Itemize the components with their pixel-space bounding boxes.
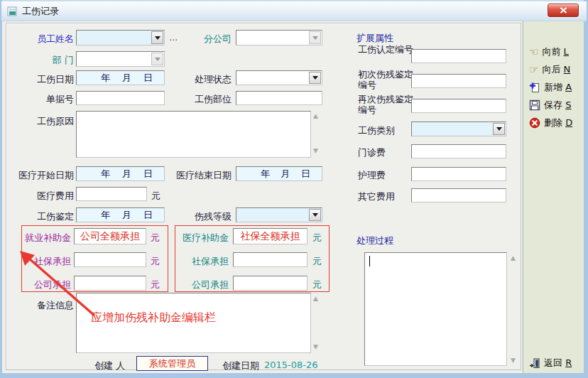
unit-yuan: 元 bbox=[151, 232, 160, 244]
process-textarea[interactable] bbox=[364, 252, 507, 366]
company-share-input[interactable] bbox=[233, 276, 307, 291]
re-assessment-no-input[interactable] bbox=[411, 99, 506, 113]
assessment-date-field[interactable]: 年 月 日 bbox=[76, 207, 165, 222]
creator-value: 系统管理员 bbox=[136, 356, 208, 371]
date-mask-day: 日 bbox=[143, 72, 153, 85]
date-mask-day: 日 bbox=[143, 168, 153, 180]
date-mask-year: 年 bbox=[101, 72, 110, 85]
nursing-fee-label: 护理费 bbox=[358, 169, 386, 182]
titlebar: 工伤记录 bbox=[1, 1, 587, 21]
scroll-up-icon[interactable]: ▲ bbox=[511, 254, 516, 261]
injury-part-input[interactable] bbox=[236, 91, 322, 105]
hand-point-left-icon: ☜ bbox=[529, 47, 538, 57]
scroll-down-icon[interactable]: ▼ bbox=[313, 343, 318, 350]
outpatient-fee-input[interactable] bbox=[411, 144, 506, 158]
date-mask-month: 月 bbox=[281, 168, 290, 180]
cause-textarea[interactable] bbox=[76, 111, 311, 158]
forward-button[interactable]: ☜ 向前 L bbox=[529, 45, 569, 58]
injury-cert-no-input[interactable] bbox=[411, 49, 506, 63]
medical-start-label: 医疗开始日期 bbox=[13, 169, 74, 182]
medical-fee-unit: 元 bbox=[151, 190, 160, 202]
add-button[interactable]: 新增 A bbox=[529, 81, 572, 94]
employee-name-combobox[interactable] bbox=[76, 30, 165, 45]
chevron-down-icon[interactable] bbox=[493, 123, 505, 135]
action-toolbar: ☜ 向前 L ☞ 向后 N 新增 A 保存 S 删除 D bbox=[523, 21, 584, 373]
date-mask-year: 年 bbox=[101, 168, 110, 180]
close-button[interactable] bbox=[548, 4, 579, 17]
unit-yuan: 元 bbox=[151, 279, 160, 291]
medical-end-label: 医疗结束日期 bbox=[170, 169, 232, 182]
chevron-down-icon[interactable] bbox=[151, 53, 163, 65]
medical-fee-label: 医疗费用 bbox=[26, 190, 74, 202]
injury-date-field[interactable]: 年 月 日 bbox=[76, 70, 165, 85]
text-caret bbox=[369, 256, 370, 266]
process-label: 处理过程 bbox=[356, 234, 393, 247]
injury-category-combobox[interactable] bbox=[411, 122, 506, 136]
outpatient-fee-label: 门诊费 bbox=[358, 146, 386, 159]
other-fee-input[interactable] bbox=[411, 188, 506, 202]
first-assessment-no-input[interactable] bbox=[411, 74, 506, 88]
created-date-label: 创建日期 bbox=[222, 360, 259, 372]
work-injury-record-window: 工伤记录 员工姓名 ... 分公司 部 门 工伤日期 年 月 日 处理状态 单据… bbox=[0, 0, 588, 378]
date-mask-day: 日 bbox=[301, 168, 310, 180]
social-share-input[interactable] bbox=[233, 252, 307, 267]
medical-subsidy-input[interactable]: 社保全额承担 bbox=[233, 228, 307, 244]
chevron-down-icon[interactable] bbox=[309, 31, 321, 44]
disability-level-label: 伤残等级 bbox=[186, 210, 232, 223]
doc-no-input[interactable] bbox=[76, 91, 165, 105]
re-assessment-no-label: 再次伤残鉴定编号 bbox=[358, 94, 415, 115]
remarks-annotation: 应增加伤残补助金编辑栏 bbox=[91, 310, 216, 325]
disability-level-combobox[interactable] bbox=[236, 207, 322, 222]
other-fee-label: 其它费用 bbox=[358, 190, 395, 203]
unit-yuan: 元 bbox=[312, 255, 322, 268]
chevron-down-icon[interactable] bbox=[309, 209, 321, 221]
new-page-icon bbox=[529, 82, 540, 93]
exit-door-icon bbox=[529, 357, 540, 369]
remarks-textarea[interactable]: 应增加伤残补助金编辑栏 bbox=[76, 293, 311, 353]
department-label: 部 门 bbox=[26, 54, 74, 67]
chevron-down-icon[interactable] bbox=[151, 31, 163, 44]
browse-button[interactable]: ... bbox=[169, 32, 178, 43]
date-mask-year: 年 bbox=[261, 168, 270, 180]
cause-label: 工伤原因 bbox=[26, 115, 74, 128]
back-button[interactable]: 返回 R bbox=[529, 357, 572, 369]
floppy-icon bbox=[529, 99, 540, 111]
delete-button[interactable]: 删除 D bbox=[529, 117, 572, 129]
hand-point-right-icon: ☞ bbox=[529, 65, 538, 75]
close-icon bbox=[560, 7, 567, 14]
date-mask-year: 年 bbox=[101, 209, 110, 222]
unit-yuan: 元 bbox=[312, 279, 322, 291]
date-mask-month: 月 bbox=[122, 72, 131, 85]
chevron-down-icon[interactable] bbox=[309, 72, 321, 84]
scroll-down-icon[interactable]: ▼ bbox=[313, 147, 318, 154]
date-mask-day: 日 bbox=[143, 209, 153, 222]
scroll-down-icon[interactable]: ▼ bbox=[511, 357, 516, 364]
scroll-up-icon[interactable]: ▲ bbox=[313, 112, 318, 119]
scroll-up-icon[interactable]: ▲ bbox=[313, 295, 318, 302]
save-button[interactable]: 保存 S bbox=[529, 99, 571, 112]
unit-yuan: 元 bbox=[312, 232, 322, 244]
social-share-label: 社保承担 bbox=[178, 255, 229, 268]
doc-no-label: 单据号 bbox=[26, 93, 74, 106]
medical-end-date-field[interactable]: 年 月 日 bbox=[236, 166, 322, 181]
medical-start-date-field[interactable]: 年 月 日 bbox=[76, 166, 165, 181]
creator-label: 创建 人 bbox=[94, 360, 125, 372]
date-mask-month: 月 bbox=[122, 168, 131, 180]
unit-yuan: 元 bbox=[151, 255, 160, 268]
company-share-label: 公司承担 bbox=[178, 279, 229, 291]
assessment-label: 工伤鉴定 bbox=[26, 210, 74, 223]
employment-subsidy-input[interactable]: 公司全额承担 bbox=[74, 228, 146, 244]
backward-button[interactable]: ☞ 向后 N bbox=[529, 63, 570, 76]
status-combobox[interactable] bbox=[236, 70, 322, 85]
department-combobox[interactable] bbox=[76, 51, 165, 67]
branch-combobox[interactable] bbox=[236, 30, 322, 45]
nursing-fee-input[interactable] bbox=[411, 167, 506, 181]
window-icon bbox=[7, 6, 17, 16]
employee-name-label: 员工姓名 bbox=[26, 33, 74, 45]
injury-category-label: 工伤类别 bbox=[358, 124, 395, 137]
injury-cert-no-label: 工伤认定编号 bbox=[358, 44, 415, 55]
medical-fee-input[interactable] bbox=[76, 187, 147, 201]
first-assessment-no-label: 初次伤残鉴定编号 bbox=[358, 69, 415, 90]
branch-label: 分公司 bbox=[186, 33, 232, 45]
status-label: 处理状态 bbox=[186, 73, 232, 86]
